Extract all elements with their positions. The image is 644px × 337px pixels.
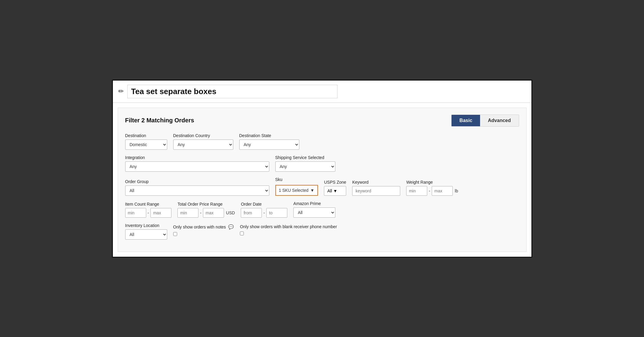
notes-checkbox-item: Only show orders with notes 💬	[173, 224, 234, 230]
total-order-price-inputs: - USD	[177, 208, 235, 218]
title-bar: ✏	[113, 81, 531, 103]
sku-box[interactable]: 1 SKU Selected ▼	[275, 185, 318, 196]
filter-panel: Filter 2 Matching Orders Basic Advanced …	[118, 108, 527, 252]
usps-zone-button[interactable]: All ▼	[324, 186, 346, 196]
shipping-service-label: Shipping Service Selected	[275, 155, 335, 160]
sku-select-button[interactable]: 1 SKU Selected ▼	[279, 188, 315, 193]
order-group-select[interactable]: All	[125, 185, 269, 196]
total-order-price-field: Total Order Price Range - USD	[177, 202, 235, 218]
order-date-label: Order Date	[241, 202, 287, 207]
weight-unit-label: lb	[455, 188, 458, 193]
inventory-location-label: Inventory Location	[125, 223, 167, 228]
sku-selected-text: 1 SKU Selected	[279, 188, 309, 193]
item-count-range-label: Item Count Range	[125, 202, 172, 207]
price-unit-label: USD	[226, 210, 235, 215]
checkbox-row: Only show orders with notes 💬	[173, 223, 234, 236]
inventory-location-field: Inventory Location All	[125, 223, 167, 240]
destination-state-label: Destination State	[239, 133, 299, 138]
filter-header: Filter 2 Matching Orders Basic Advanced	[125, 115, 519, 127]
destination-state-select[interactable]: Any	[239, 139, 299, 150]
item-count-range-field: Item Count Range -	[125, 202, 172, 218]
price-range-dash: -	[200, 210, 201, 215]
destination-country-field: Destination Country Any	[173, 133, 233, 150]
integration-field: Integration Any	[125, 155, 269, 172]
destination-select[interactable]: Domestic International	[125, 139, 167, 150]
toggle-buttons: Basic Advanced	[451, 115, 519, 127]
usps-zone-field: USPS Zone All ▼	[324, 180, 346, 196]
notes-label-text: Only show orders with notes	[173, 225, 226, 229]
notes-icon: 💬	[228, 224, 234, 230]
blank-phone-checkbox[interactable]	[240, 231, 244, 235]
destination-country-select[interactable]: Any	[173, 139, 233, 150]
usps-zone-icon: ▼	[333, 188, 337, 193]
sku-dropdown-icon: ▼	[310, 188, 314, 193]
basic-toggle-button[interactable]: Basic	[452, 115, 480, 126]
destination-state-field: Destination State Any	[239, 133, 299, 150]
weight-max-input[interactable]	[432, 186, 453, 196]
price-min-input[interactable]	[177, 208, 198, 218]
main-container: ✏ Filter 2 Matching Orders Basic Advance…	[112, 80, 532, 258]
keyword-field: Keyword	[352, 180, 400, 196]
blank-phone-checkbox-row: Only show orders with blank receiver pho…	[240, 223, 337, 235]
amazon-prime-field: Amazon Prime All Yes No	[293, 201, 335, 218]
item-count-dash: -	[148, 210, 149, 215]
filter-title: Filter 2 Matching Orders	[125, 117, 194, 124]
weight-min-input[interactable]	[406, 186, 427, 196]
keyword-label: Keyword	[352, 180, 400, 185]
price-max-input[interactable]	[203, 208, 224, 218]
integration-label: Integration	[125, 155, 269, 160]
destination-field: Destination Domestic International	[125, 133, 167, 150]
destination-label: Destination	[125, 133, 167, 138]
total-order-price-label: Total Order Price Range	[177, 202, 235, 207]
item-count-min-input[interactable]	[125, 208, 146, 218]
weight-range-inputs: - lb	[406, 186, 458, 196]
usps-zone-text: All	[327, 188, 332, 193]
blank-phone-checkbox-item: Only show orders with blank receiver pho…	[240, 224, 337, 229]
amazon-prime-select[interactable]: All Yes No	[293, 207, 335, 218]
pencil-icon: ✏	[118, 87, 124, 95]
weight-range-dash: -	[429, 188, 430, 193]
filter-row-4: Item Count Range - Total Order Price Ran…	[125, 201, 519, 218]
order-date-to-input[interactable]	[266, 208, 287, 218]
destination-country-label: Destination Country	[173, 133, 233, 138]
amazon-prime-label: Amazon Prime	[293, 201, 335, 206]
weight-range-label: Weight Range	[406, 180, 458, 185]
integration-select[interactable]: Any	[125, 161, 269, 172]
filter-row-5: Inventory Location All Only show orders …	[125, 223, 519, 240]
filter-row-1: Destination Domestic International Desti…	[125, 133, 519, 150]
order-date-dash: -	[263, 210, 265, 215]
order-date-inputs: -	[241, 208, 287, 218]
title-input[interactable]	[127, 85, 337, 98]
shipping-service-select[interactable]: Any	[275, 161, 335, 172]
inventory-location-select[interactable]: All	[125, 229, 167, 240]
advanced-toggle-button[interactable]: Advanced	[480, 115, 519, 126]
order-date-from-input[interactable]	[241, 208, 262, 218]
order-date-field: Order Date -	[241, 202, 287, 218]
order-group-label: Order Group	[125, 179, 269, 184]
sku-label: Sku	[275, 177, 318, 182]
weight-range-field: Weight Range - lb	[406, 180, 458, 196]
notes-checkbox[interactable]	[173, 232, 177, 236]
sku-field: Sku 1 SKU Selected ▼	[275, 177, 318, 196]
keyword-input[interactable]	[352, 186, 400, 196]
filter-row-2: Integration Any Shipping Service Selecte…	[125, 155, 519, 172]
shipping-service-field: Shipping Service Selected Any	[275, 155, 335, 172]
usps-zone-label: USPS Zone	[324, 180, 346, 185]
item-count-range-inputs: -	[125, 208, 172, 218]
filter-row-3: Order Group All Sku 1 SKU Selected ▼ USP…	[125, 177, 519, 196]
item-count-max-input[interactable]	[150, 208, 171, 218]
order-group-field: Order Group All	[125, 179, 269, 196]
blank-phone-label-text: Only show orders with blank receiver pho…	[240, 224, 337, 229]
